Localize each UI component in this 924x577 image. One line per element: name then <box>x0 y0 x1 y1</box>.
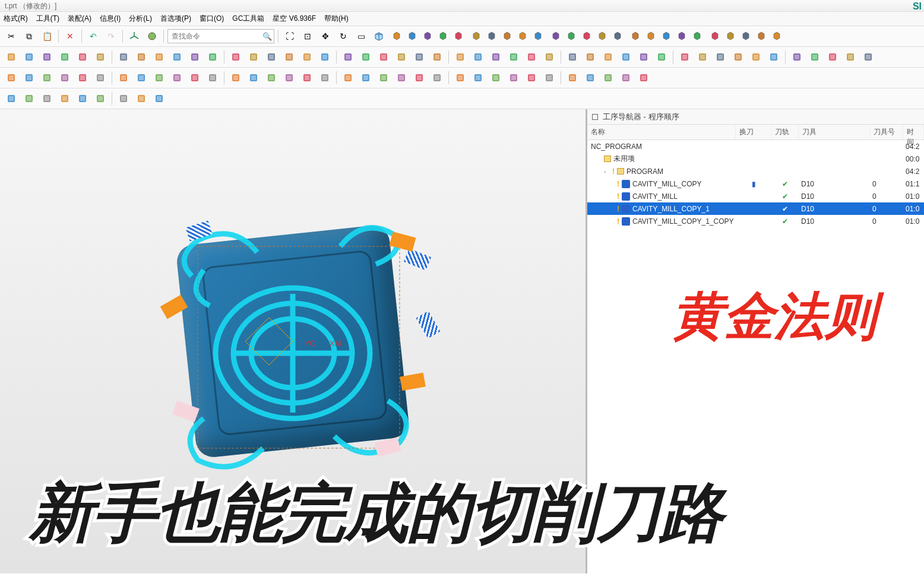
note1-icon[interactable] <box>843 49 858 65</box>
assembly2-icon[interactable] <box>499 28 515 44</box>
polygon-icon[interactable] <box>506 70 521 85</box>
cone-icon[interactable] <box>281 70 297 85</box>
search-icon[interactable]: 🔍 <box>262 32 272 41</box>
cam-op2-icon[interactable] <box>39 49 55 65</box>
rect-dot-icon[interactable] <box>116 91 131 106</box>
square-dash-icon[interactable] <box>583 70 598 85</box>
circle-icon[interactable] <box>565 70 580 85</box>
flag1-icon[interactable] <box>228 49 243 65</box>
shade4-icon[interactable] <box>451 28 466 44</box>
menu-item[interactable]: GC工具箱 <box>232 14 264 24</box>
wire-icon[interactable] <box>412 70 427 85</box>
menu-item[interactable]: 分析(L) <box>129 14 152 24</box>
cube-o-icon[interactable] <box>376 70 391 85</box>
menu-item[interactable]: 星空 V6.936F <box>273 14 316 24</box>
extrude-icon[interactable] <box>452 70 468 85</box>
arrow-l-icon[interactable] <box>134 70 149 85</box>
grp3-icon[interactable] <box>807 49 822 65</box>
arrow-r-icon[interactable] <box>151 70 167 85</box>
undo-icon[interactable]: ↶ <box>86 28 101 44</box>
menu-item[interactable]: 帮助(H) <box>324 14 349 24</box>
check2-icon[interactable] <box>748 49 764 65</box>
play3-icon[interactable] <box>470 49 486 65</box>
play1-icon[interactable] <box>429 49 445 65</box>
machine1-icon[interactable] <box>524 49 539 65</box>
redo-icon[interactable]: ↷ <box>103 28 119 44</box>
grid2-icon[interactable] <box>21 70 37 85</box>
nav-row[interactable]: !CAVITY_MILL_COPY▮✔D10001:1 <box>587 177 924 190</box>
cam-op3-icon[interactable] <box>57 49 72 65</box>
primitive2-icon[interactable] <box>228 70 243 85</box>
play2-icon[interactable] <box>452 49 468 65</box>
col-track[interactable]: 刀轨 <box>771 125 799 140</box>
layer1-icon[interactable] <box>75 49 90 65</box>
grp2-icon[interactable] <box>789 49 805 65</box>
circle-target-icon[interactable] <box>542 70 557 85</box>
nav-row[interactable]: !CAVITY_MILL_COPY_1_COPY✔D10001:0 <box>587 215 924 227</box>
pattern3-icon[interactable] <box>187 49 202 65</box>
dim2-icon[interactable] <box>317 49 333 65</box>
axis-icon[interactable] <box>126 28 142 44</box>
gradient-icon[interactable] <box>57 70 72 85</box>
menu-item[interactable]: 首选项(P) <box>160 14 191 24</box>
pattern1-icon[interactable] <box>151 49 167 65</box>
nc5-icon[interactable] <box>654 49 669 65</box>
view-cube-icon[interactable] <box>371 28 387 44</box>
blend2-icon[interactable] <box>340 70 356 85</box>
nc1-icon[interactable] <box>583 49 598 65</box>
ellipse-icon[interactable] <box>600 70 616 85</box>
grp1-icon[interactable] <box>766 49 781 65</box>
nc3-icon[interactable] <box>618 49 634 65</box>
assembly4-icon[interactable] <box>530 28 546 44</box>
triangle-icon[interactable] <box>618 70 634 85</box>
table1-icon[interactable] <box>376 49 391 65</box>
sketch-icon[interactable] <box>4 91 19 106</box>
nc4-icon[interactable] <box>636 49 651 65</box>
nav-tree[interactable]: NC_PROGRAM04:2未用项00:0-!PROGRAM04:2!CAVIT… <box>587 140 924 573</box>
shape2-icon[interactable] <box>689 28 705 44</box>
paint4-icon[interactable] <box>594 28 610 44</box>
cam-op1-icon[interactable] <box>21 49 37 65</box>
origin-icon[interactable] <box>524 70 539 85</box>
curve-icon[interactable] <box>75 91 90 106</box>
sphere2-icon[interactable] <box>264 70 279 85</box>
paint3-icon[interactable] <box>579 28 594 44</box>
paint1-icon[interactable] <box>548 28 564 44</box>
assembly1-icon[interactable] <box>484 28 499 44</box>
col-cutter[interactable]: 刀具 <box>799 125 870 140</box>
cam-setup-icon[interactable] <box>4 49 19 65</box>
copy-icon[interactable]: ⧉ <box>21 28 37 44</box>
link2-icon[interactable] <box>358 49 374 65</box>
col-tool-change[interactable]: 换刀 <box>736 125 771 140</box>
grp4-icon[interactable] <box>825 49 840 65</box>
del-icon[interactable] <box>730 49 746 65</box>
gears-icon[interactable] <box>754 28 769 44</box>
key-icon[interactable] <box>769 28 784 44</box>
shape1-icon[interactable] <box>674 28 689 44</box>
target-icon[interactable] <box>39 91 55 106</box>
primitive3-icon[interactable] <box>246 70 261 85</box>
wcs-icon[interactable] <box>75 70 90 85</box>
blend1-icon[interactable] <box>317 70 333 85</box>
cyl-icon[interactable] <box>429 70 445 85</box>
nav-row[interactable]: 未用项00:0 <box>587 153 924 165</box>
box-o-icon[interactable] <box>394 70 409 85</box>
link1-icon[interactable] <box>340 49 356 65</box>
helix-icon[interactable] <box>299 70 315 85</box>
solid-cube-icon[interactable] <box>151 91 167 106</box>
wave3-icon[interactable] <box>643 28 659 44</box>
flag2-icon[interactable] <box>246 49 261 65</box>
xform-icon[interactable] <box>93 70 108 85</box>
cube-trio-icon[interactable] <box>389 28 404 44</box>
table-shade-icon[interactable] <box>412 49 427 65</box>
nav-row[interactable]: !CAVITY_MILL_COPY_1✔D10001:0 <box>587 202 924 215</box>
menu-item[interactable]: 工具(T) <box>36 14 59 24</box>
nc2-icon[interactable] <box>600 49 616 65</box>
revolve-icon[interactable] <box>470 70 486 85</box>
wave1-icon[interactable] <box>610 28 625 44</box>
flag3-icon[interactable] <box>264 49 279 65</box>
point-icon[interactable] <box>57 91 72 106</box>
nav-row[interactable]: -!PROGRAM04:2 <box>587 165 924 177</box>
play4-icon[interactable] <box>488 49 504 65</box>
search-input[interactable] <box>167 29 274 43</box>
